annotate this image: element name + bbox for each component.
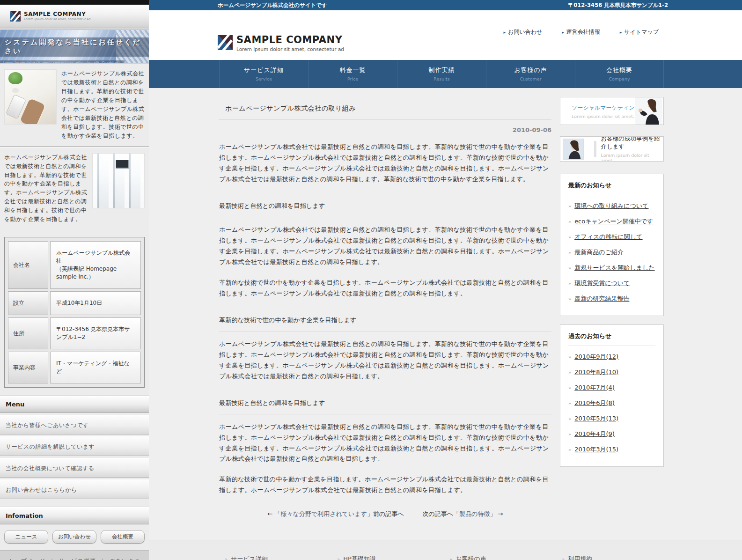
company-table-value: 平成10年1月10日 — [50, 291, 141, 315]
chevron-icon: » — [568, 385, 571, 391]
company-table-row: 会社名ホームページサンプル株式会社 （英語表記 Homepage sample … — [8, 241, 141, 289]
chevron-icon: » — [568, 354, 571, 360]
archive-link[interactable]: 2010年3月(15) — [574, 446, 618, 453]
header-link-label: サイトマップ — [624, 28, 659, 36]
office-photo — [92, 153, 145, 208]
sidebar-menu-item[interactable]: 当社の会社概要について確認する — [0, 458, 149, 478]
article-paragraph: 革新的な技術で世の中を動かす企業を目指します。ホームページサンプル株式会社では最… — [219, 474, 551, 496]
success-stories-banner[interactable]: お客様の成功事例を紹介します Lorem ipsum dolor sit ame… — [560, 136, 664, 162]
sidebar-menu-item[interactable]: お問い合わせはこちらから — [0, 479, 149, 499]
news-item: »ecoキャンペーン開催中です — [568, 214, 655, 229]
footer: »サービス詳細»料金一覧»制作実績»お客様の声»会社概要»HP基礎知識»HP応用… — [149, 540, 742, 560]
prev-article-link[interactable]: 様々な分野で利用されています — [281, 510, 367, 517]
header-link-label: 運営会社情報 — [566, 28, 600, 36]
separator: ｜ — [100, 557, 106, 560]
article-paragraph: 革新的な技術で世の中を動かす企業を目指します。ホームページサンプル株式会社では最… — [219, 278, 551, 299]
nav-item-company[interactable]: 会社概要Company — [575, 60, 664, 88]
banner2-title: お客様の成功事例を紹介します — [601, 136, 663, 151]
company-table-value: IT・マーケティング・福祉など — [50, 352, 141, 383]
sidebar-bottom-links: トップページ｜サービス概要｜ごあいさつ — [0, 550, 149, 560]
chevron-icon: » — [568, 432, 571, 437]
info-button[interactable]: ニュース — [4, 530, 48, 544]
chevron-icon: » — [568, 296, 571, 302]
nav-item-sublabel: Service — [220, 76, 308, 81]
archive-link[interactable]: 2010年5月(13) — [574, 415, 618, 422]
header-logo[interactable]: SAMPLE COMPANY Lorem ipsum dolor sit ame… — [218, 35, 344, 52]
footer-link-item: »お客様の声 — [449, 553, 562, 560]
nav-item-service[interactable]: サービス詳細Service — [219, 60, 308, 88]
site-header: SAMPLE COMPANY Lorem ipsum dolor sit ame… — [149, 10, 742, 60]
article-body: ホームページサンプル株式会社では最新技術と自然との調和を目指します。革新的な技術… — [219, 142, 551, 496]
info-button[interactable]: お問い合わせ — [52, 530, 96, 544]
footer-link[interactable]: サービス詳細 — [231, 555, 268, 560]
prev-label: ← 「 — [267, 510, 280, 517]
footer-link-item: »利用規約 — [562, 553, 674, 560]
archive-item: »2010年7月(4) — [568, 380, 655, 395]
chevron-icon: » — [337, 557, 340, 560]
sidebar-bottom-link[interactable]: ごあいさつ — [110, 557, 140, 560]
right-sidebar: ソーシャルマーケティングとは? Lorem ipsum dolor sit am… — [560, 97, 664, 475]
news-item: »環境への取り組みについて — [568, 198, 655, 214]
archive-link[interactable]: 2010年4月(9) — [574, 430, 615, 437]
social-marketing-banner[interactable]: ソーシャルマーケティングとは? Lorem ipsum dolor sit am… — [560, 97, 664, 125]
archive-item: »2010年5月(13) — [568, 411, 655, 426]
chevron-icon: » — [568, 447, 571, 452]
sidebar-bottom-link[interactable]: サービス概要 — [59, 557, 96, 560]
header-link[interactable]: ▸お問い合わせ — [504, 28, 543, 36]
sidebar-bottom-link[interactable]: トップページ — [8, 557, 45, 560]
news-link[interactable]: 最新の研究結果報告 — [574, 295, 629, 302]
intro-text: ホームページサンプル株式会社では最新技術と自然との調和を目指します。革新的な技術… — [4, 153, 88, 224]
next-article-link[interactable]: 製品の特徴 — [459, 510, 490, 517]
header-links: ▸お問い合わせ▸運営会社情報▸サイトマップ — [504, 28, 659, 36]
archive-news-heading: 過去のお知らせ — [568, 332, 655, 346]
news-list: »環境への取り組みについて»ecoキャンペーン開催中です»オフィスの移転に関して… — [568, 195, 655, 306]
main-area: ホームページサンプル株式会社のサイトです 〒012-3456 見本県見本市サンプ… — [149, 0, 742, 560]
sidebar-logo: SAMPLE COMPANY Lorem ipsum dolor sit ame… — [0, 5, 149, 28]
nav-item-customer[interactable]: お客様の声Customer — [486, 60, 575, 88]
header-link[interactable]: ▸運営会社情報 — [562, 28, 600, 36]
news-link[interactable]: ecoキャンペーン開催中です — [574, 218, 653, 225]
company-table-label: 事業内容 — [8, 352, 48, 383]
customer-woman-photo — [563, 139, 584, 160]
sidebar-intro-block-1: ホームページサンプル株式会社では最新技術と自然との調和を目指します。革新的な技術… — [0, 64, 149, 146]
company-table-row: 住所〒012-3456 見本県見本市サンプル1−2 — [8, 317, 141, 349]
archive-link[interactable]: 2010年6月(8) — [574, 399, 615, 406]
archive-link[interactable]: 2010年8月(10) — [574, 368, 618, 376]
hero-title: システム開発なら当社にお任せください — [0, 37, 149, 57]
archive-link[interactable]: 2010年7月(4) — [574, 384, 615, 391]
article-heading: 最新技術と自然との調和を目指します — [219, 202, 551, 217]
news-link[interactable]: 環境への取り組みについて — [574, 202, 648, 209]
sidebar-hero-banner: システム開発なら当社にお任せください Lorem ipsum dolor sit… — [0, 30, 149, 64]
archive-link[interactable]: 2010年9月(12) — [574, 353, 618, 360]
nav-item-label: 会社概要 — [575, 66, 663, 74]
archive-item: »2010年9月(12) — [568, 349, 655, 364]
latest-news-box: 最新のお知らせ »環境への取り組みについて»ecoキャンペーン開催中です»オフィ… — [560, 174, 664, 316]
article-pagination: ← 「様々な分野で利用されています」前の記事へ次の記事へ「製品の特徴」 → — [219, 510, 551, 518]
footer-link[interactable]: HP基礎知識 — [343, 555, 376, 560]
sidebar-top-strip — [0, 0, 149, 5]
nav-item-results[interactable]: 制作実績Results — [397, 60, 486, 88]
chevron-icon: » — [225, 557, 228, 560]
info-button[interactable]: 会社概要 — [101, 530, 145, 544]
nav-item-label: 料金一覧 — [309, 66, 397, 74]
next-label: 次の記事へ「 — [423, 510, 460, 517]
chevron-icon: » — [568, 370, 571, 375]
chevron-icon: » — [568, 265, 571, 271]
header-link[interactable]: ▸サイトマップ — [620, 28, 659, 36]
footer-link[interactable]: 利用規約 — [568, 555, 592, 560]
chevron-icon: » — [449, 557, 452, 560]
footer-link[interactable]: お客様の声 — [455, 555, 486, 560]
sidebar-menu-item[interactable]: サービスの詳細を解説しています — [0, 436, 149, 456]
news-link[interactable]: オフィスの移転に関して — [574, 233, 642, 240]
sidebar-menu-item[interactable]: 当社から皆様へごあいさつです — [0, 415, 149, 435]
archive-item: »2010年6月(8) — [568, 395, 655, 411]
company-info-box: 会社名ホームページサンプル株式会社 （英語表記 Homepage sample … — [4, 237, 145, 388]
article-date: 2010-09-06 — [219, 126, 551, 133]
nav-item-price[interactable]: 料金一覧Price — [308, 60, 397, 88]
footer-column: »サービス詳細»料金一覧»制作実績»お客様の声»会社概要 — [225, 553, 337, 560]
news-link[interactable]: 最新商品のご紹介 — [574, 249, 624, 256]
chevron-icon: » — [568, 219, 571, 224]
news-item: »新規サービスを開始しました — [568, 260, 655, 275]
news-link[interactable]: 環境賞受賞について — [574, 280, 630, 287]
news-link[interactable]: 新規サービスを開始しました — [574, 264, 654, 271]
